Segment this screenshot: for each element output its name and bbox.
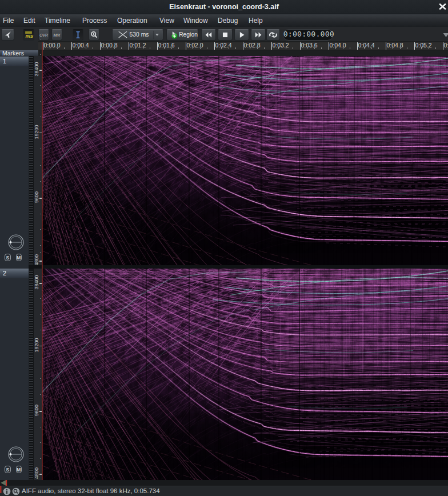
svg-text:MIX: MIX xyxy=(53,33,61,37)
svg-text:INS: INS xyxy=(26,34,34,39)
svg-text:530 ms: 530 ms xyxy=(130,31,149,38)
svg-text:Region: Region xyxy=(179,31,198,38)
svg-text:OVR: OVR xyxy=(39,33,48,37)
